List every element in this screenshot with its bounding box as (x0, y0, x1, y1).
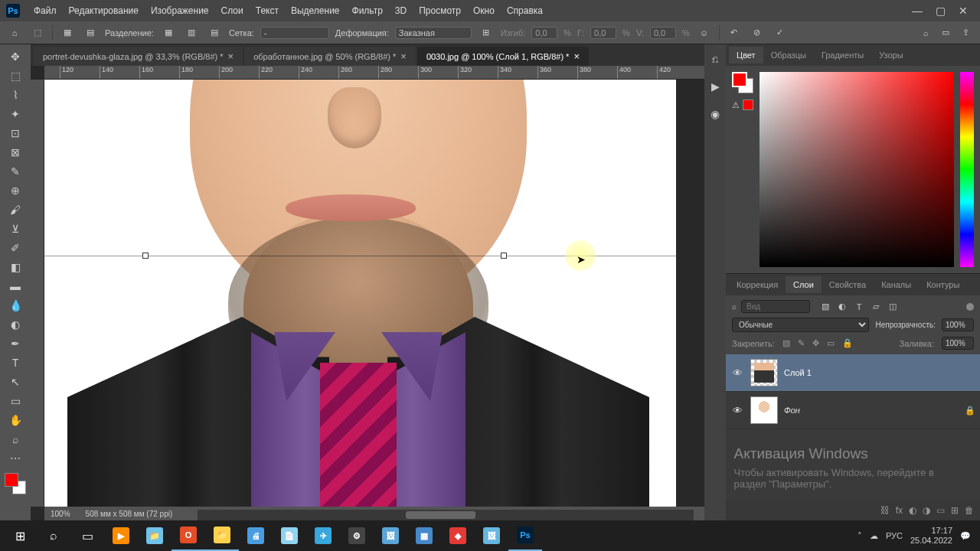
visibility-icon[interactable]: 👁 (730, 367, 744, 379)
close-icon[interactable]: × (573, 51, 580, 62)
delete-icon[interactable]: 🗑 (965, 505, 974, 516)
new-layer-icon[interactable]: ⊞ (951, 505, 959, 516)
type-tool[interactable]: T (5, 354, 26, 372)
gamut-color[interactable] (743, 99, 753, 110)
menu-3d[interactable]: 3D (389, 2, 413, 19)
opacity-input[interactable] (942, 318, 974, 331)
menu-text[interactable]: Текст (250, 2, 285, 19)
taskbar-app[interactable]: ⚙ (340, 520, 374, 551)
panel-foreground[interactable] (732, 72, 747, 87)
panel-swatches[interactable] (732, 72, 753, 93)
lock-position-icon[interactable]: ✥ (812, 338, 819, 348)
hue-slider[interactable] (960, 72, 974, 267)
menu-image[interactable]: Изображение (145, 2, 215, 19)
scrollbar-horizontal[interactable] (198, 510, 694, 520)
warp-handle[interactable] (142, 253, 149, 259)
history-brush-tool[interactable]: ✐ (5, 239, 26, 257)
tab-1[interactable]: portret-devushka-glaza.jpg @ 33,3% (RGB/… (34, 47, 243, 66)
tab-3[interactable]: 0030.jpg @ 100% (Слой 1, RGB/8#) *× (417, 47, 589, 66)
heal-tool[interactable]: ⊕ (5, 181, 26, 200)
close-button[interactable]: ✕ (952, 3, 974, 18)
deform-select[interactable]: Заказная (395, 27, 472, 39)
dodge-tool[interactable]: ◐ (5, 315, 26, 334)
visibility-icon[interactable]: 👁 (730, 405, 744, 416)
foreground-color[interactable] (5, 473, 18, 487)
home-icon[interactable]: ⌂ (6, 24, 23, 41)
cancel-icon[interactable]: ⊘ (749, 24, 766, 41)
frame-tool[interactable]: ⊠ (5, 143, 26, 161)
lock-paint-icon[interactable]: ✎ (798, 338, 805, 348)
fill-input[interactable] (942, 337, 974, 350)
start-button[interactable]: ⊞ (3, 520, 37, 551)
tray-chevron-icon[interactable]: ˄ (858, 531, 862, 541)
taskbar-app[interactable]: ◆ (441, 520, 475, 551)
orient-icon[interactable]: ⊞ (478, 24, 495, 41)
notification-icon[interactable]: 💬 (960, 531, 971, 541)
menu-edit[interactable]: Редактирование (63, 2, 145, 19)
menu-window[interactable]: Окно (467, 2, 501, 19)
gamut-warning-icon[interactable]: ⚠ (732, 100, 740, 110)
filter-smart-icon[interactable]: ◫ (887, 301, 899, 313)
layer-thumbnail[interactable] (750, 396, 778, 424)
minimize-button[interactable]: — (906, 3, 928, 18)
bend-input[interactable] (531, 27, 557, 39)
layer-filter-select[interactable] (741, 300, 810, 313)
gradient-tool[interactable]: ▬ (5, 277, 26, 295)
taskbar-search[interactable]: ⌕ (37, 520, 70, 551)
tab-color[interactable]: Цвет (729, 47, 763, 64)
adjustment-icon[interactable]: ◑ (923, 505, 930, 516)
search-icon[interactable]: ⌕ (917, 24, 934, 41)
libraries-icon[interactable]: ◉ (707, 106, 724, 122)
crop-tool[interactable]: ⊡ (5, 124, 26, 142)
zoom-level[interactable]: 100% (51, 510, 70, 518)
lasso-tool[interactable]: ⌇ (5, 86, 26, 104)
menu-file[interactable]: Файл (28, 2, 63, 19)
menu-select[interactable]: Выделение (285, 2, 346, 19)
layer-name[interactable]: Слой 1 (784, 368, 975, 377)
taskbar-app[interactable]: 📄 (273, 520, 306, 551)
tab-paths[interactable]: Контуры (919, 276, 967, 293)
lock-artboard-icon[interactable]: ▭ (827, 338, 835, 348)
ruler-horizontal[interactable]: 120 140 160 180 200 220 240 260 280 300 … (44, 66, 704, 80)
tray-cloud-icon[interactable]: ☁ (870, 531, 878, 541)
fx-icon[interactable]: fx (896, 505, 903, 516)
taskbar-photoshop[interactable]: Ps (508, 520, 542, 551)
lock-all-icon[interactable]: 🔒 (842, 338, 853, 348)
taskbar-app[interactable]: ✈ (306, 520, 340, 551)
close-icon[interactable]: × (400, 51, 407, 62)
eraser-tool[interactable]: ◧ (5, 258, 26, 276)
blur-tool[interactable]: 💧 (5, 296, 26, 315)
grid2-icon[interactable]: ▤ (82, 24, 99, 41)
layer-row[interactable]: 👁 Фон 🔒 (726, 392, 980, 429)
layer-thumbnail[interactable] (750, 359, 778, 386)
filter-pixel-icon[interactable]: ▧ (819, 301, 831, 313)
eyedropper-tool[interactable]: ✎ (5, 162, 26, 181)
commit-icon[interactable]: ✓ (772, 24, 789, 41)
face-aware-icon[interactable]: ☺ (696, 24, 713, 41)
filter-adjust-icon[interactable]: ◐ (836, 301, 848, 313)
tab-adjustments[interactable]: Коррекция (729, 276, 786, 293)
actions-icon[interactable]: ▶ (707, 78, 724, 95)
move-tool[interactable]: ✥ (5, 47, 26, 66)
path-tool[interactable]: ↖ (5, 373, 26, 391)
canvas[interactable]: ➤ (44, 80, 704, 507)
brush-tool[interactable]: 🖌 (5, 201, 26, 219)
filter-toggle[interactable] (966, 303, 974, 311)
warp-tool-icon[interactable]: ⬚ (29, 24, 46, 41)
tab-layers[interactable]: Слои (786, 276, 822, 293)
taskbar-app[interactable]: 🖼 (475, 520, 508, 551)
warp-handle[interactable] (501, 253, 507, 259)
edit-toolbar[interactable]: ⋯ (5, 449, 26, 468)
lock-transparent-icon[interactable]: ▧ (782, 338, 790, 348)
tab-swatches[interactable]: Образцы (763, 47, 814, 64)
menu-filter[interactable]: Фильтр (346, 2, 389, 19)
taskbar-app[interactable]: 🖼 (374, 520, 407, 551)
maximize-button[interactable]: ▢ (929, 3, 951, 18)
taskbar-app[interactable]: ▶ (104, 520, 138, 551)
ruler-vertical[interactable] (31, 80, 44, 507)
hand-tool[interactable]: ✋ (5, 411, 26, 429)
g-input[interactable] (590, 27, 616, 39)
grid-select[interactable]: - (260, 27, 329, 39)
workspace-icon[interactable]: ▭ (937, 24, 954, 41)
grid-icon[interactable]: ▦ (59, 24, 76, 41)
